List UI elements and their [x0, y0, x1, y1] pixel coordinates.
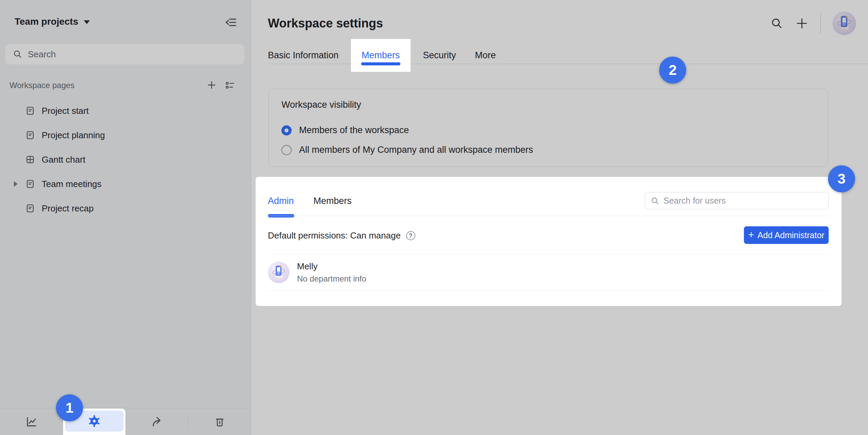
header-divider — [820, 13, 821, 34]
tab-security[interactable]: Security — [423, 50, 456, 61]
visibility-option-workspace-members[interactable]: Members of the workspace — [281, 125, 409, 136]
tab-members[interactable]: Members — [351, 39, 411, 72]
create-new-button[interactable] — [795, 17, 809, 30]
settings-tabs: Basic Information Members Security More — [268, 39, 508, 72]
page-label: Project planning — [42, 130, 105, 141]
grid-icon — [25, 155, 35, 164]
sidebar-page-project-start[interactable]: Project start — [0, 99, 251, 123]
trash-icon — [214, 416, 225, 428]
page-label: Project recap — [42, 203, 94, 214]
page-tree-icon — [224, 80, 235, 90]
sidebar-page-team-meetings[interactable]: Team meetings — [0, 172, 251, 196]
header-actions — [770, 10, 856, 37]
analytics-button[interactable] — [0, 408, 63, 435]
workspace-pages-label: Workspace pages — [9, 81, 75, 90]
tutorial-step-badge-3: 3 — [828, 165, 855, 192]
search-icon — [13, 49, 22, 59]
member-department: No department info — [297, 274, 366, 284]
page-label: Gantt chart — [42, 154, 85, 165]
user-search-box[interactable] — [645, 192, 829, 209]
panel-tabs-divider — [268, 216, 829, 216]
radio-label: All members of My Company and all worksp… — [299, 145, 533, 155]
plus-icon — [206, 80, 217, 90]
workspace-switcher[interactable]: Team projects — [15, 16, 90, 27]
members-panel-tabs: Admin Members — [268, 196, 352, 206]
doc-icon — [25, 130, 35, 140]
workspace-pages-header: Workspace pages — [0, 80, 251, 90]
add-administrator-button[interactable]: + Add Administrator — [744, 226, 829, 244]
tab-basic-information[interactable]: Basic Information — [268, 50, 339, 61]
default-permissions-label: Default permissions: Can manage — [268, 230, 401, 241]
radio-label: Members of the workspace — [299, 125, 409, 136]
plus-icon — [795, 17, 808, 30]
member-name: Melly — [297, 261, 366, 272]
panel-tab-members[interactable]: Members — [314, 196, 352, 206]
radio-unselected-icon[interactable] — [281, 145, 292, 155]
chevron-down-icon — [84, 20, 90, 24]
settings-gear-icon — [88, 415, 101, 428]
member-avatar — [268, 262, 290, 283]
sidebar-bottom-toolbar — [0, 408, 251, 435]
doc-icon — [25, 179, 35, 189]
admin-list-row-melly[interactable]: Melly No department info — [268, 254, 829, 291]
visibility-card-title: Workspace visibility — [281, 100, 361, 110]
default-permissions-row: Default permissions: Can manage ? — [268, 230, 415, 241]
active-tab-underline — [361, 62, 401, 65]
share-icon — [151, 416, 163, 428]
expand-caret-icon[interactable] — [14, 181, 18, 187]
workspace-visibility-card: Workspace visibility Members of the work… — [269, 89, 828, 167]
page-title: Workspace settings — [268, 16, 383, 30]
search-icon — [651, 196, 659, 205]
doc-icon — [25, 204, 35, 213]
tab-more[interactable]: More — [475, 50, 496, 61]
sidebar-page-project-planning[interactable]: Project planning — [0, 123, 251, 147]
plus-icon: + — [748, 229, 754, 241]
user-search-input[interactable] — [664, 196, 809, 206]
workspace-name: Team projects — [15, 16, 78, 27]
tab-members-label: Members — [362, 50, 400, 61]
page-label: Project start — [42, 106, 89, 116]
search-icon — [771, 17, 783, 29]
sidebar-page-project-recap[interactable]: Project recap — [0, 196, 251, 221]
sidebar-search-input[interactable] — [28, 49, 231, 60]
doc-icon — [25, 106, 35, 116]
panel-tab-admin[interactable]: Admin — [268, 196, 294, 206]
share-button[interactable] — [125, 408, 188, 435]
sidebar-search[interactable] — [5, 44, 244, 64]
visibility-option-all-company[interactable]: All members of My Company and all worksp… — [281, 145, 533, 155]
page-label: Team meetings — [42, 179, 101, 189]
trash-button[interactable] — [188, 408, 251, 435]
sidebar: Team projects Workspace pages — [0, 0, 251, 435]
analytics-icon — [25, 416, 38, 428]
add-administrator-label: Add Administrator — [757, 230, 824, 240]
add-page-button[interactable] — [205, 79, 218, 91]
member-info: Melly No department info — [297, 261, 366, 284]
tutorial-step-badge-2: 2 — [659, 57, 686, 84]
help-icon[interactable]: ? — [406, 231, 415, 240]
radio-selected-icon[interactable] — [281, 125, 292, 136]
workspace-pages-list: Project start Project planning Gantt cha… — [0, 99, 251, 221]
page-tree-options-button[interactable] — [224, 79, 236, 91]
collapse-sidebar-icon — [225, 16, 238, 29]
members-management-panel: Admin Members Default permissions: Can m… — [256, 177, 842, 306]
main-content: Workspace settings Basic Information Mem… — [251, 0, 868, 435]
sidebar-page-gantt-chart[interactable]: Gantt chart — [0, 147, 251, 172]
tutorial-step-badge-1: 1 — [56, 394, 83, 421]
global-search-button[interactable] — [770, 17, 784, 30]
user-avatar[interactable] — [832, 12, 856, 35]
collapse-sidebar-button[interactable] — [224, 15, 239, 30]
